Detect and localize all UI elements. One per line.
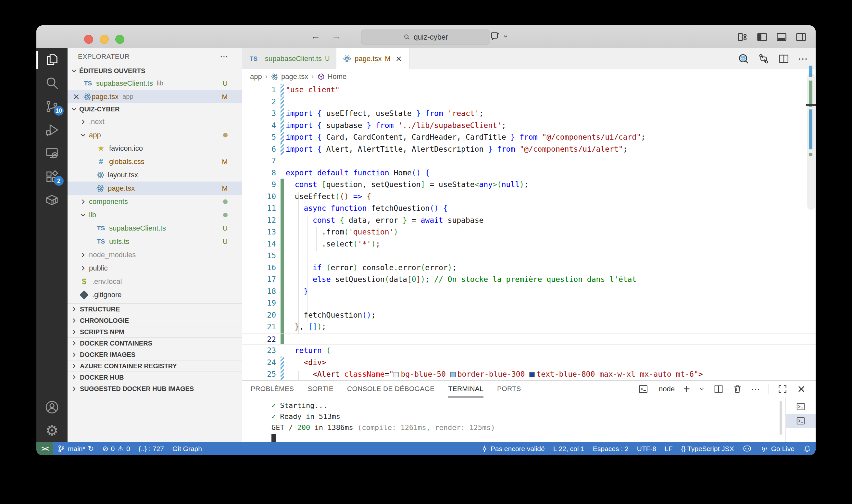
tree-item-app[interactable]: app — [68, 128, 242, 142]
panel-tab-sortie[interactable]: SORTIE — [307, 381, 333, 397]
maximize-panel-icon[interactable] — [777, 384, 788, 394]
code-editor[interactable]: 1"use client"23import { useEffect, useSt… — [242, 84, 816, 380]
tree-item-globals-css[interactable]: #globals.cssM — [68, 155, 242, 168]
more-actions-icon[interactable]: ⋯ — [798, 53, 808, 64]
close-icon[interactable] — [72, 93, 80, 101]
status-lang[interactable]: {} TypeScript JSX — [677, 442, 738, 455]
section-structure[interactable]: STRUCTURE — [68, 303, 242, 315]
code-text: import { Alert, AlertTitle, AlertDescrip… — [286, 143, 628, 155]
favicon-star-icon: ★ — [96, 144, 106, 153]
copilot-menu[interactable] — [490, 31, 508, 42]
panel-tab-ports[interactable]: PORTS — [497, 381, 521, 397]
toggle-panel-icon[interactable] — [775, 31, 788, 43]
status-commit[interactable]: Pas encore validé — [477, 442, 549, 455]
indent-guide — [88, 235, 88, 248]
launch-profile-chevron-icon[interactable] — [699, 386, 705, 392]
close-window-button[interactable] — [84, 35, 93, 44]
tree-item-components[interactable]: components — [68, 195, 242, 208]
activity-account[interactable] — [36, 396, 68, 419]
activity-settings[interactable]: ⚙ — [36, 419, 68, 442]
minimize-window-button[interactable] — [100, 35, 109, 44]
status-utf-8[interactable]: UTF-8 — [633, 442, 661, 455]
toggle-sidebar-right-icon[interactable] — [795, 31, 807, 43]
panel-tab-probl-mes[interactable]: PROBLÈMES — [251, 381, 294, 397]
tree-item--next[interactable]: .next — [68, 115, 242, 128]
kill-terminal-icon[interactable] — [732, 384, 743, 394]
panel-more-icon[interactable]: ⋯ — [751, 384, 760, 395]
status-branch[interactable]: main*↻ — [53, 442, 98, 455]
tree-item-supabaseclient-ts[interactable]: TSsupabaseClient.tsU — [68, 221, 242, 235]
status--727[interactable]: {..} : 727 — [134, 442, 168, 455]
activity-explorer[interactable] — [36, 48, 68, 71]
tree-item-page-tsx[interactable]: page.tsxM — [68, 182, 242, 195]
gutter-modified-decoration — [280, 143, 284, 155]
status-git-graph[interactable]: Git Graph — [168, 442, 206, 455]
status-errors[interactable]: ⊘0⚠0 — [98, 442, 134, 455]
new-terminal-icon[interactable]: + — [683, 384, 690, 394]
terminal-scrollbar[interactable] — [780, 401, 782, 435]
breadcrumb-item[interactable]: Home — [328, 72, 347, 81]
section-docker-images[interactable]: DOCKER IMAGES — [68, 349, 242, 360]
project-section-header[interactable]: QUIZ-CYBER — [68, 103, 242, 115]
split-terminal-icon[interactable] — [713, 384, 724, 394]
terminal-output[interactable]: ✓ Starting...✓ Ready in 513msGET / 200 i… — [242, 397, 777, 442]
activity-run-debug[interactable] — [36, 118, 68, 142]
section-chronologie[interactable]: CHRONOLOGIE — [68, 315, 242, 326]
tree-item-public[interactable]: public — [68, 262, 242, 275]
status-l-22-col-1[interactable]: L 22, col 1 — [549, 442, 589, 455]
status-bell[interactable] — [799, 442, 816, 455]
tree-item-lib[interactable]: lib — [68, 208, 242, 221]
terminal-instance-tab[interactable] — [786, 399, 816, 414]
open-editor-row[interactable]: TSsupabaseClient.tslibU — [68, 77, 242, 90]
gutter-decoration — [280, 345, 284, 357]
section-azure-container-registry[interactable]: AZURE CONTAINER REGISTRY — [68, 360, 242, 372]
close-panel-icon[interactable] — [796, 384, 806, 394]
views-more-actions-icon[interactable]: ⋯ — [220, 52, 229, 62]
tree-item-utils-ts[interactable]: TSutils.tsU — [68, 235, 242, 248]
tab-page-tsx[interactable]: page.tsxM — [337, 48, 410, 69]
section-docker-containers[interactable]: DOCKER CONTAINERS — [68, 337, 242, 349]
close-icon[interactable] — [395, 55, 403, 63]
back-arrow-icon[interactable]: ← — [311, 31, 321, 41]
breadcrumb-item[interactable]: page.tsx — [281, 72, 308, 81]
status-golive[interactable]: Go Live — [756, 442, 799, 455]
section-scripts-npm[interactable]: SCRIPTS NPM — [68, 326, 242, 337]
breadcrumb-item[interactable]: app — [250, 72, 262, 81]
status-remote-indicator[interactable]: >< — [36, 442, 53, 455]
section-suggested-docker-hub-images[interactable]: SUGGESTED DOCKER HUB IMAGES — [68, 383, 242, 394]
status-copilot[interactable] — [738, 442, 756, 455]
activity-source-control[interactable]: 10 — [36, 95, 68, 118]
tab-supabaseclient-ts[interactable]: TSsupabaseClient.tsU — [242, 48, 337, 69]
status-lf[interactable]: LF — [660, 442, 677, 455]
section-label: DOCKER CONTAINERS — [80, 340, 152, 347]
activity-containers[interactable] — [36, 188, 68, 212]
panel-tab-terminal[interactable]: TERMINAL — [448, 381, 484, 397]
forward-arrow-icon[interactable]: → — [331, 31, 341, 41]
activity-remote-explorer[interactable] — [36, 142, 68, 165]
panel-tab-console-de-d-bogage[interactable]: CONSOLE DE DÉBOGAGE — [347, 381, 434, 397]
status-espaces-2[interactable]: Espaces : 2 — [589, 442, 633, 455]
tree-item-layout-tsx[interactable]: layout.tsx — [68, 168, 242, 182]
file-label: page.tsx — [92, 93, 119, 101]
tree-item-label: supabaseClient.ts — [109, 224, 166, 233]
open-editor-row[interactable]: page.tsxappM — [68, 90, 242, 103]
customize-layout-icon[interactable] — [737, 31, 749, 43]
tree-item--gitignore[interactable]: .gitignore — [68, 288, 242, 301]
open-editors-section-header[interactable]: ÉDITEURS OUVERTS — [68, 65, 242, 77]
activity-extensions[interactable]: 2 — [36, 165, 68, 188]
activity-search[interactable] — [36, 71, 68, 95]
zoom-window-button[interactable] — [115, 35, 124, 44]
editor-scrollbar[interactable] — [807, 73, 815, 210]
tree-item-favicon-ico[interactable]: ★favicon.ico — [68, 142, 242, 155]
tree-item--env-local[interactable]: $.env.local — [68, 275, 242, 288]
tree-item-node-modules[interactable]: node_modules — [68, 248, 242, 262]
terminal-instance-tab[interactable] — [786, 414, 816, 428]
section-docker-hub[interactable]: DOCKER HUB — [68, 372, 242, 383]
react-search-icon[interactable] — [738, 53, 749, 65]
compare-changes-icon[interactable] — [758, 53, 769, 65]
bottom-panel: PROBLÈMESSORTIECONSOLE DE DÉBOGAGETERMIN… — [242, 380, 816, 442]
toggle-sidebar-left-icon[interactable] — [756, 31, 768, 43]
command-center-search[interactable]: quiz-cyber — [361, 30, 490, 44]
run-debug-icon — [44, 122, 59, 137]
split-editor-icon[interactable] — [778, 53, 790, 65]
